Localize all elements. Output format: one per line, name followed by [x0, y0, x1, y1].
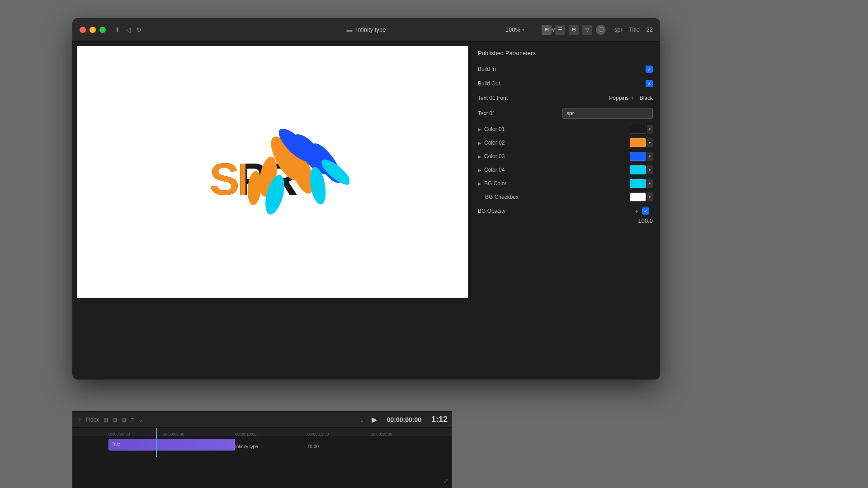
bg-opacity-row: BG Opacity ♦ ✓	[471, 205, 660, 217]
color-02-label: Color 02	[484, 140, 630, 146]
minimize-button[interactable]	[90, 27, 96, 33]
color-04-label: Color 04	[484, 167, 630, 173]
color-03-swatch[interactable]	[630, 152, 646, 161]
color-01-row: ▶ Color 01 ▾	[478, 122, 653, 136]
color-02-dropdown[interactable]: ▾	[647, 138, 653, 147]
back-icon[interactable]: ◁	[126, 26, 131, 33]
ruler-mark-2: 00:00:10:00	[235, 432, 257, 436]
timeline-tool-1[interactable]: ⊹	[77, 417, 81, 423]
ruler-mark-4: 00:00:20:00	[371, 432, 392, 436]
text-font-label: Text 01 Font	[478, 95, 609, 101]
clip-label: Title	[109, 441, 123, 447]
bg-color-row: ▶ BG Color ▾	[478, 177, 653, 190]
bg-checkbox-dropdown[interactable]: ▾	[647, 192, 653, 202]
bg-color-swatch-container: ▾	[630, 179, 653, 188]
color-03-swatch-container: ▾	[630, 152, 653, 161]
text-01-input[interactable]	[562, 108, 653, 119]
build-out-label: Build Out	[478, 80, 646, 87]
text-01-label: Text 01	[478, 110, 562, 117]
app-icon: ▬	[347, 26, 353, 33]
color-02-swatch[interactable]	[630, 138, 646, 147]
bg-opacity-checkbox[interactable]: ✓	[642, 207, 649, 215]
tool-filter-icon[interactable]: ▽	[582, 25, 592, 35]
timeline-tool-back[interactable]: ↕	[360, 416, 363, 423]
timeline-tool-3[interactable]: ⊟	[113, 417, 117, 423]
bg-checkbox-row: BG Checkbox ▾	[478, 190, 653, 204]
play-button[interactable]: ▶	[372, 415, 377, 424]
build-out-checkbox[interactable]: ✓	[646, 80, 653, 87]
timeline-track-area: 00:00:00:00 00:00:05:00 00:00:10:00 00:0…	[72, 428, 452, 488]
zoom-control[interactable]: 100% ▾	[505, 26, 524, 33]
timeline-clip[interactable]: Title	[108, 439, 235, 450]
color-01-dropdown[interactable]: ▾	[647, 125, 653, 134]
timeline-tool-2[interactable]: ⊞	[104, 417, 108, 423]
timecode-current: 1:12	[431, 415, 448, 424]
titlebar: ⬇ ◁ ↻ ▬ Infinity type 100% ▾ View ▾ ⊞ ☰ …	[72, 18, 660, 42]
right-panel: Published Parameters Build In ✓ Build Ou…	[470, 42, 660, 303]
logo-preview: SPR SPR	[196, 118, 349, 226]
text-01-row: Text 01	[471, 105, 660, 122]
color-03-row: ▶ Color 03 ▾	[478, 150, 653, 163]
timeline-arrow-down[interactable]: ⌄	[138, 417, 143, 423]
bg-color-swatch[interactable]	[630, 179, 646, 188]
build-in-row: Build In ✓	[471, 62, 660, 76]
timeline-clip-name: Infinity type	[235, 444, 258, 449]
main-content: SPR SPR	[72, 42, 660, 303]
bg-opacity-label: BG Opacity	[478, 208, 635, 214]
color-04-row: ▶ Color 04 ▾	[478, 163, 653, 177]
tool-list-icon[interactable]: ☰	[555, 25, 565, 35]
fullscreen-button[interactable]	[99, 27, 106, 33]
color-04-expand[interactable]: ▶	[478, 168, 481, 173]
expand-button[interactable]: ⤢	[443, 477, 448, 485]
bg-color-dropdown[interactable]: ▾	[647, 179, 653, 188]
color-02-row: ▶ Color 02 ▾	[478, 136, 653, 150]
zoom-dropdown-icon[interactable]: ▾	[522, 28, 524, 32]
build-in-checkbox[interactable]: ✓	[646, 66, 653, 73]
color-04-dropdown[interactable]: ▾	[647, 165, 653, 174]
app-title: Infinity type	[356, 26, 386, 33]
font-selector[interactable]: Poppins ⇕	[609, 95, 634, 101]
font-name: Poppins	[609, 95, 628, 101]
color-04-swatch[interactable]	[630, 165, 646, 174]
titlebar-icons: ⬇ ◁ ↻	[115, 26, 142, 33]
timeline-index: Index	[86, 417, 99, 423]
ruler-mark-1: 00:00:05:00	[163, 432, 184, 436]
color-02-expand[interactable]: ▶	[478, 141, 481, 145]
refresh-icon[interactable]: ↻	[136, 26, 142, 33]
zoom-value: 100%	[505, 26, 520, 33]
preview-area: SPR SPR	[77, 46, 468, 298]
playhead[interactable]	[156, 428, 157, 457]
bg-checkbox-swatch-container: ▾	[630, 192, 653, 202]
timeline-tool-5[interactable]: ≡	[131, 417, 134, 423]
ruler-mark-0: 00:00:00:00	[108, 432, 130, 436]
close-button[interactable]	[80, 27, 86, 33]
font-dropdown-icon[interactable]: ⇕	[631, 96, 634, 100]
timecode-display: 00:00:00:00	[387, 416, 421, 423]
timeline-tool-4[interactable]: ⊡	[122, 417, 126, 423]
project-title: spr – Title – 22	[614, 26, 653, 33]
download-icon[interactable]: ⬇	[115, 26, 120, 33]
opacity-icon: ♦	[635, 207, 638, 215]
color-01-swatch-container: ▾	[630, 125, 653, 134]
color-01-expand[interactable]: ▶	[478, 127, 481, 132]
color-03-dropdown[interactable]: ▾	[647, 152, 653, 161]
ruler-mark-3: 00:00:15:00	[307, 432, 329, 436]
opacity-value: 100.0	[638, 217, 653, 224]
color-01-label: Color 01	[484, 126, 630, 132]
color-02-swatch-container: ▾	[630, 138, 653, 147]
color-01-swatch[interactable]	[630, 125, 646, 134]
font-weight: Black	[640, 95, 653, 101]
main-window: ⬇ ◁ ↻ ▬ Infinity type 100% ▾ View ▾ ⊞ ☰ …	[72, 18, 660, 380]
color-03-label: Color 03	[484, 153, 630, 160]
bg-checkbox-label: BG Checkbox	[485, 194, 630, 200]
timeline-toolbar: ⊹ Index ⊞ ⊟ ⊡ ≡ ⌄ ↕ ▶ 00:00:00:00 1:12	[72, 412, 452, 428]
tool-grid-icon[interactable]: ⊞	[542, 25, 552, 35]
panel-title: Published Parameters	[471, 46, 660, 62]
color-03-expand[interactable]: ▶	[478, 154, 481, 159]
titlebar-center: ▬ Infinity type	[347, 26, 386, 33]
tool-info-icon[interactable]: ⓘ	[596, 25, 606, 35]
tool-layout-icon[interactable]: ⊟	[569, 25, 579, 35]
bg-color-expand[interactable]: ▶	[478, 181, 481, 186]
toolbar-tools: ⊞ ☰ ⊟ ▽ ⓘ	[542, 25, 606, 35]
bg-checkbox-swatch[interactable]	[630, 192, 646, 202]
